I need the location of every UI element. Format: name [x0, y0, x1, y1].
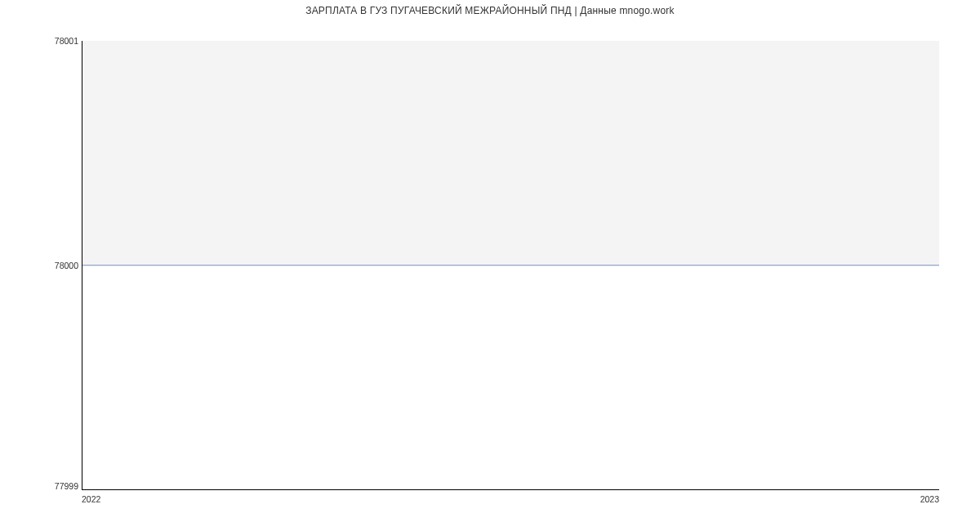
y-tick-77999: 77999 — [55, 482, 78, 491]
chart-title: ЗАРПЛАТА В ГУЗ ПУГАЧЕВСКИЙ МЕЖРАЙОННЫЙ П… — [0, 5, 980, 16]
plot-area — [82, 41, 939, 490]
series-line — [82, 265, 939, 266]
y-tick-78000: 78000 — [55, 261, 78, 270]
salary-chart: ЗАРПЛАТА В ГУЗ ПУГАЧЕВСКИЙ МЕЖРАЙОННЫЙ П… — [0, 0, 980, 531]
x-tick-2023: 2023 — [920, 495, 939, 504]
x-tick-2022: 2022 — [82, 495, 100, 504]
y-tick-78001: 78001 — [55, 37, 78, 46]
shaded-band — [82, 41, 939, 266]
